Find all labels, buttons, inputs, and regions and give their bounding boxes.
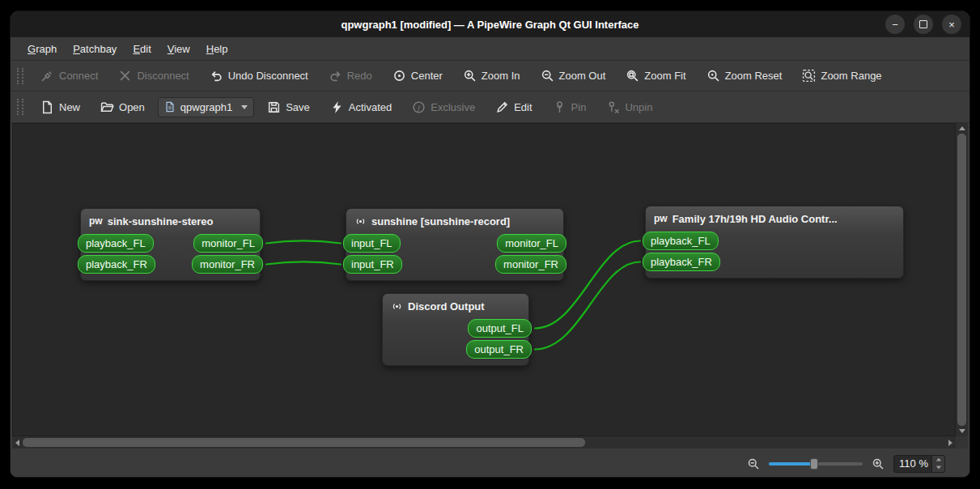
canvas-area: pw sink-sunshine-stereo playback_FL moni… bbox=[11, 123, 969, 450]
horizontal-scrollbar[interactable] bbox=[12, 436, 956, 449]
patchbay-file-icon bbox=[164, 101, 176, 113]
node-header: pw Family 17h/19h HD Audio Contr... bbox=[646, 206, 903, 231]
vertical-scrollbar[interactable] bbox=[956, 123, 968, 436]
window-title: qpwgraph1 [modified] — A PipeWire Graph … bbox=[341, 19, 638, 31]
zoom-out-icon bbox=[541, 69, 554, 83]
node-discord-output[interactable]: Discord Output output_FL output_FR bbox=[382, 293, 529, 366]
unpin-icon bbox=[606, 100, 620, 114]
zoom-in-label: Zoom In bbox=[482, 70, 520, 82]
menu-edit[interactable]: Edit bbox=[125, 40, 158, 57]
vertical-scrollbar-handle[interactable] bbox=[957, 134, 966, 426]
port-row: input_FR monitor_FR bbox=[346, 254, 563, 274]
zoom-range-button[interactable]: Zoom Range bbox=[795, 65, 889, 87]
scroll-up-arrow[interactable] bbox=[959, 126, 965, 130]
new-button[interactable]: New bbox=[33, 96, 87, 118]
disconnect-button[interactable]: Disconnect bbox=[111, 65, 196, 87]
close-button[interactable]: × bbox=[942, 15, 961, 34]
node-family-hd-audio[interactable]: pw Family 17h/19h HD Audio Contr... play… bbox=[645, 206, 904, 279]
redo-button[interactable]: Redo bbox=[321, 65, 380, 87]
save-button[interactable]: Save bbox=[260, 96, 317, 118]
activated-bolt-icon bbox=[330, 100, 344, 114]
port-family-playback-fr[interactable]: playback_FR bbox=[643, 253, 720, 271]
patchbay-file-value: qpwgraph1 bbox=[180, 101, 232, 113]
activated-button[interactable]: Activated bbox=[323, 96, 399, 118]
zoom-spin-down-button[interactable] bbox=[932, 464, 944, 472]
redo-label: Redo bbox=[347, 70, 372, 82]
exclusive-button[interactable]: f Exclusive bbox=[405, 96, 482, 118]
broadcast-icon bbox=[391, 300, 403, 313]
graph-toolbar: Connect Disconnect Undo Disconnect Redo bbox=[11, 61, 969, 91]
pin-button[interactable]: Pin bbox=[545, 96, 594, 118]
center-button[interactable]: Center bbox=[385, 65, 450, 87]
open-button[interactable]: Open bbox=[93, 96, 152, 118]
port-family-playback-fl[interactable]: playback_FL bbox=[643, 232, 719, 250]
zoom-slider[interactable] bbox=[769, 457, 863, 470]
new-file-icon bbox=[40, 100, 54, 114]
menubar: Graph Patchbay Edit View Help bbox=[11, 37, 969, 61]
connect-button[interactable]: Connect bbox=[33, 65, 105, 87]
scroll-down-arrow[interactable] bbox=[959, 429, 965, 433]
zoom-reset-button[interactable]: Zoom Reset bbox=[699, 65, 790, 87]
zoom-reset-label: Zoom Reset bbox=[725, 70, 783, 82]
port-sink-monitor-fr[interactable]: monitor_FR bbox=[192, 255, 263, 274]
save-icon bbox=[267, 100, 281, 114]
zoom-out-button[interactable]: Zoom Out bbox=[533, 65, 613, 87]
edit-pencil-icon bbox=[495, 100, 509, 114]
toolbar-drag-handle-2[interactable] bbox=[17, 99, 23, 115]
port-sunshine-monitor-fl[interactable]: monitor_FL bbox=[497, 234, 566, 253]
node-title: Family 17h/19h HD Audio Contr... bbox=[672, 213, 838, 225]
node-title: sunshine [sunshine-record] bbox=[371, 215, 510, 227]
node-header: Discord Output bbox=[383, 294, 528, 318]
minimize-button[interactable]: − bbox=[885, 15, 905, 34]
qpwgraph-window: qpwgraph1 [modified] — A PipeWire Graph … bbox=[10, 11, 970, 478]
scroll-left-arrow[interactable] bbox=[15, 440, 19, 446]
menu-graph[interactable]: Graph bbox=[20, 40, 64, 57]
menu-patchbay[interactable]: Patchbay bbox=[66, 40, 124, 57]
scroll-right-arrow[interactable] bbox=[948, 440, 952, 446]
port-sunshine-input-fr[interactable]: input_FR bbox=[343, 255, 402, 274]
port-sunshine-monitor-fr[interactable]: monitor_FR bbox=[495, 255, 566, 274]
spin-up-icon bbox=[935, 458, 940, 461]
unpin-label: Unpin bbox=[625, 101, 652, 113]
save-label: Save bbox=[286, 101, 310, 113]
toolbar-drag-handle[interactable] bbox=[17, 68, 23, 84]
zoom-value[interactable]: 110 % bbox=[894, 456, 931, 472]
port-discord-output-fl[interactable]: output_FL bbox=[468, 319, 532, 338]
zoom-slider-handle[interactable] bbox=[810, 458, 818, 470]
undo-disconnect-button[interactable]: Undo Disconnect bbox=[202, 65, 316, 87]
patchbay-file-combo[interactable]: qpwgraph1 bbox=[158, 97, 254, 117]
connection-wire-monitor-fr-input-fr[interactable] bbox=[266, 262, 341, 265]
port-sink-playback-fl[interactable]: playback_FL bbox=[78, 234, 154, 253]
exclusive-label: Exclusive bbox=[431, 101, 475, 113]
pipewire-icon: pw bbox=[89, 215, 103, 227]
zoom-spinbox[interactable]: 110 % bbox=[893, 455, 945, 473]
connection-wire-monitor-fl-input-fl[interactable] bbox=[266, 241, 341, 244]
port-row: playback_FR monitor_FR bbox=[81, 254, 260, 274]
minimize-icon: − bbox=[892, 19, 898, 30]
maximize-icon bbox=[919, 20, 927, 28]
node-sunshine-record[interactable]: sunshine [sunshine-record] input_FL moni… bbox=[346, 208, 564, 281]
zoom-in-button[interactable]: Zoom In bbox=[456, 65, 528, 87]
horizontal-scrollbar-handle[interactable] bbox=[23, 438, 585, 447]
zoom-spin-up-button[interactable] bbox=[932, 456, 944, 464]
zoom-fit-button[interactable]: Zoom Fit bbox=[618, 65, 693, 87]
port-discord-output-fr[interactable]: output_FR bbox=[466, 340, 532, 359]
window-controls: − × bbox=[885, 15, 961, 34]
maximize-button[interactable] bbox=[914, 15, 933, 34]
pin-icon bbox=[553, 100, 566, 114]
edit-button[interactable]: Edit bbox=[488, 96, 539, 118]
zoom-spin-buttons bbox=[931, 456, 944, 472]
unpin-button[interactable]: Unpin bbox=[599, 96, 660, 118]
port-sunshine-input-fl[interactable]: input_FL bbox=[343, 234, 401, 253]
node-header: pw sink-sunshine-stereo bbox=[81, 209, 260, 233]
port-sink-monitor-fl[interactable]: monitor_FL bbox=[193, 234, 263, 253]
port-row: output_FL bbox=[383, 318, 528, 338]
graph-canvas[interactable]: pw sink-sunshine-stereo playback_FL moni… bbox=[12, 123, 956, 436]
close-icon: × bbox=[948, 19, 955, 30]
undo-icon bbox=[210, 69, 223, 83]
titlebar[interactable]: qpwgraph1 [modified] — A PipeWire Graph … bbox=[11, 11, 969, 37]
menu-help[interactable]: Help bbox=[199, 40, 235, 57]
node-sink-sunshine-stereo[interactable]: pw sink-sunshine-stereo playback_FL moni… bbox=[80, 208, 261, 281]
port-sink-playback-fr[interactable]: playback_FR bbox=[78, 255, 155, 274]
menu-view[interactable]: View bbox=[160, 40, 197, 57]
